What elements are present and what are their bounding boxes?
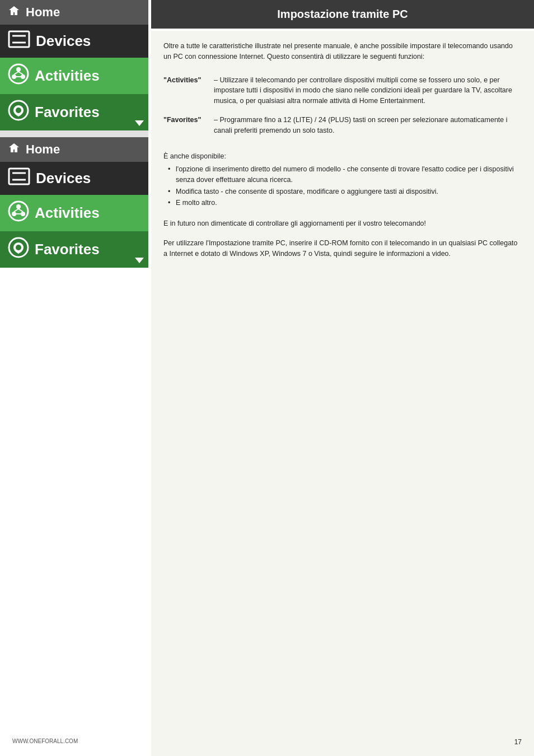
svg-rect-12 [9, 169, 29, 184]
definition-row-activities: "Activities" – Utilizzare il telecomando… [163, 72, 522, 112]
svg-point-4 [16, 67, 21, 72]
svg-point-16 [16, 204, 21, 209]
bullet-list: l'opzione di inserimento diretto del num… [163, 164, 522, 208]
footer-url: WWW.ONEFORALL.COM [12, 738, 78, 746]
sidebar-item-activities-1[interactable]: Activities [0, 58, 148, 94]
nav-group-1: Home Devices [0, 0, 148, 130]
definitions-table: "Activities" – Utilizzare il telecomando… [163, 72, 522, 142]
sidebar-item-devices-1[interactable]: Devices [0, 25, 148, 58]
devices-label-2: Devices [36, 170, 91, 187]
favorites-icon-2 [8, 237, 29, 262]
favorites-label-1: Favorites [35, 104, 100, 121]
sidebar: Home Devices [0, 0, 148, 268]
home-label-1: Home [26, 5, 60, 20]
sidebar-item-favorites-2[interactable]: Favorites [0, 231, 148, 268]
svg-line-8 [18, 72, 23, 74]
bullet-section: È anche disponibile: l'opzione di inseri… [163, 151, 522, 208]
future-updates-text: E in futuro non dimenticate di controlla… [163, 218, 522, 229]
home-icon [8, 4, 20, 20]
sidebar-item-home-1[interactable]: Home [0, 0, 148, 25]
main-content: Oltre a tutte le caratteristiche illustr… [151, 31, 534, 756]
chevron-down-icon-2 [135, 258, 144, 263]
page-footer: WWW.ONEFORALL.COM 17 [0, 738, 534, 746]
definition-row-favorites: "Favorites" – Programmare fino a 12 (LIT… [163, 112, 522, 142]
sidebar-item-favorites-1[interactable]: Favorites [0, 94, 148, 130]
home-icon-2 [8, 142, 20, 157]
also-available-label: È anche disponibile: [163, 151, 522, 162]
devices-label-1: Devices [36, 32, 91, 50]
favorites-label-2: Favorites [35, 241, 100, 258]
sidebar-item-activities-2[interactable]: Activities [0, 195, 148, 231]
definition-text-activities: – Utilizzare il telecomando per controll… [214, 72, 522, 112]
svg-line-19 [14, 209, 18, 212]
svg-rect-0 [9, 31, 29, 47]
pc-setup-text: Per utilizzare l'Impostazione tramite PC… [163, 238, 522, 259]
activities-label-1: Activities [35, 67, 100, 85]
page-title: Impostazione tramite PC [277, 8, 407, 20]
chevron-down-icon-1 [135, 120, 144, 126]
devices-icon-1 [8, 30, 30, 52]
nav-group-spacer [0, 130, 148, 137]
definition-term-favorites: "Favorites" [163, 112, 214, 142]
activities-label-2: Activities [35, 204, 100, 222]
svg-line-7 [14, 72, 18, 74]
sidebar-item-devices-2[interactable]: Devices [0, 162, 148, 195]
footer-page-number: 17 [514, 738, 522, 746]
svg-line-20 [18, 209, 23, 212]
sidebar-item-home-2[interactable]: Home [0, 137, 148, 162]
svg-point-11 [16, 108, 21, 113]
intro-paragraph: Oltre a tutte le caratteristiche illustr… [163, 41, 522, 62]
home-label-2: Home [26, 142, 60, 157]
definition-text-favorites: – Programmare fino a 12 (LITE) / 24 (PLU… [214, 112, 522, 142]
favorites-icon-1 [8, 100, 29, 125]
devices-icon-2 [8, 167, 30, 189]
activities-icon-2 [8, 200, 29, 226]
activities-icon-1 [8, 63, 29, 88]
nav-group-2: Home Devices [0, 137, 148, 268]
bullet-item-2: Modifica tasto - che consente di spostar… [168, 186, 522, 197]
svg-point-23 [16, 245, 21, 250]
bullet-item-1: l'opzione di inserimento diretto del num… [168, 164, 522, 185]
bullet-item-3: E molto altro. [168, 198, 522, 208]
page-header: Impostazione tramite PC [151, 0, 534, 29]
definition-term-activities: "Activities" [163, 72, 214, 112]
